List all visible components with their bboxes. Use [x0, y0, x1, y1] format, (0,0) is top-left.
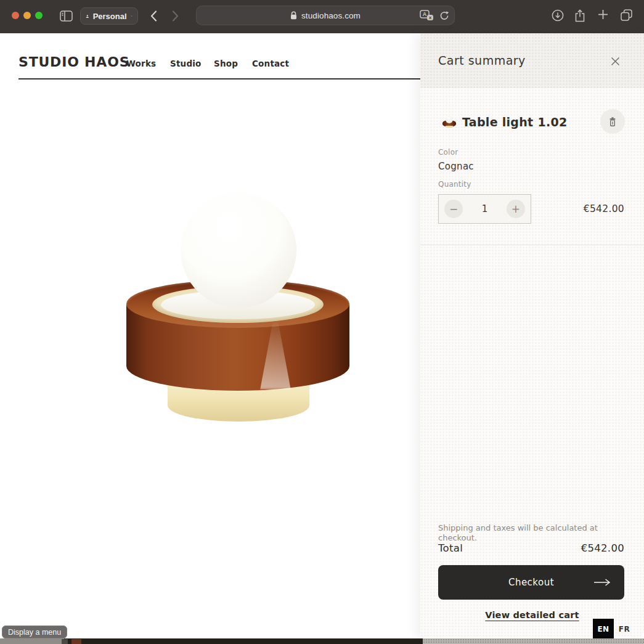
tab-overview-icon[interactable] [621, 9, 632, 21]
quantity-increase-button[interactable]: + [507, 200, 525, 218]
back-button[interactable] [150, 10, 157, 22]
shipping-note: Shipping and taxes will be calculated at… [438, 523, 600, 542]
color-label: Color [438, 148, 458, 157]
total-label: Total [438, 542, 463, 554]
product-image [126, 189, 356, 423]
window-minimize-button[interactable] [23, 12, 31, 19]
translate-icon[interactable]: A x [420, 10, 434, 21]
browser-window: Personal studiohaos.com A x [0, 0, 644, 644]
address-bar[interactable]: studiohaos.com A x [196, 6, 455, 25]
profile-label: Personal [93, 12, 127, 21]
nav-studio[interactable]: Studio [170, 59, 202, 68]
item-name: Table light 1.02 [462, 115, 567, 129]
total-value: €542.00 [501, 542, 624, 554]
nav-works[interactable]: Works [126, 59, 156, 68]
nav-shop[interactable]: Shop [214, 59, 238, 68]
browser-toolbar: Personal studiohaos.com A x [0, 0, 644, 33]
sidebar-toggle-icon[interactable] [60, 10, 73, 22]
color-value: Cognac [438, 161, 474, 172]
svg-text:A: A [423, 11, 427, 17]
page-below-fold-right [423, 638, 644, 644]
lamp-globe [181, 192, 296, 308]
close-cart-button[interactable] [604, 50, 626, 72]
cart-title: Cart summary [438, 54, 526, 67]
item-thumbnail [442, 116, 456, 128]
quantity-label: Quantity [438, 180, 471, 189]
site-logo[interactable]: STUDIO HAOS [18, 54, 129, 70]
checkout-button[interactable]: Checkout [438, 565, 624, 600]
reload-icon[interactable] [439, 10, 449, 21]
cart-summary-panel: Cart summary Table light 1.02 Color Cogn… [420, 33, 644, 638]
status-tooltip: Display a menu [2, 626, 67, 638]
chevron-down-icon [131, 14, 132, 18]
window-close-button[interactable] [12, 12, 19, 19]
remove-item-button[interactable] [600, 109, 625, 134]
page-below-fold-left [0, 638, 64, 644]
quantity-decrease-button[interactable]: − [444, 200, 463, 218]
window-zoom-button[interactable] [35, 12, 43, 19]
language-en-button[interactable]: EN [593, 619, 614, 640]
downloads-icon[interactable] [552, 9, 564, 22]
quantity-value: 1 [482, 203, 488, 214]
forward-button[interactable] [172, 10, 179, 22]
new-tab-icon[interactable] [598, 9, 608, 20]
checkout-label: Checkout [508, 577, 554, 588]
quantity-stepper: − 1 + [438, 194, 531, 224]
close-icon [611, 57, 620, 66]
profile-switcher[interactable]: Personal [80, 7, 138, 25]
nav-contact[interactable]: Contact [252, 59, 289, 68]
language-fr-button[interactable]: FR [614, 619, 635, 640]
url-text: studiohaos.com [301, 11, 361, 20]
trash-icon [607, 116, 618, 128]
header-divider [18, 78, 420, 79]
item-divider [420, 245, 644, 245]
page-below-fold-fragment [62, 639, 68, 644]
cart-header: Cart summary [420, 33, 644, 88]
item-price: €542.00 [532, 203, 624, 214]
lock-icon [290, 11, 297, 20]
arrow-right-icon [593, 579, 611, 586]
status-tooltip-text: Display a menu [8, 628, 61, 637]
share-icon[interactable] [574, 9, 585, 22]
page-below-fold-fragment [71, 639, 81, 644]
person-icon [86, 12, 89, 20]
